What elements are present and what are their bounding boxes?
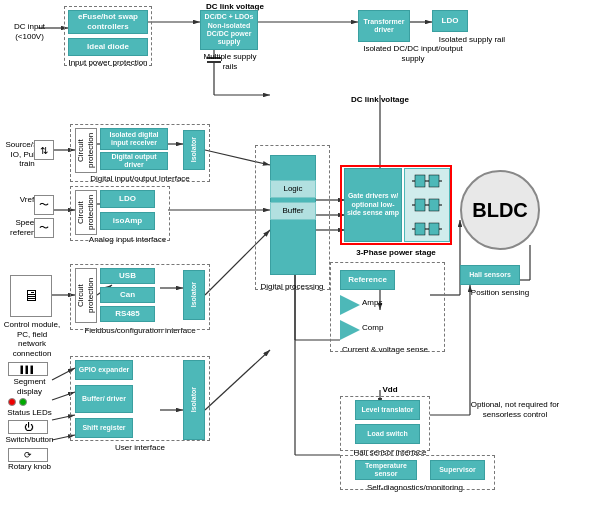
user-interface-dashed [70,356,210,441]
input-power-dashed [64,6,152,66]
rotary-knob-label: Rotary knob [2,462,57,472]
switch-button-label: Switch/button [2,435,57,445]
svg-rect-50 [429,175,439,187]
isolated-rail-label: Isolated supply rail [432,35,512,45]
svg-rect-51 [415,199,425,211]
analog-dashed [70,186,170,241]
dcdc-box: DC/DC + LDOs Non-isolated DC/DC power su… [200,10,258,50]
svg-rect-52 [429,199,439,211]
user-interface-label: User interface [75,443,205,453]
phase-diagram-svg [407,171,447,239]
status-leds-icon [8,395,48,409]
vdd-label: Vdd [370,385,410,395]
rotary-knob-icon: ⟳ [8,448,48,462]
position-sensing-label: Position sensing [460,288,540,298]
isolated-dcdc-label: Isolated DC/DC input/output supply [358,44,468,63]
mcu-dashed [255,145,330,290]
segment-display-icon: ▌▌▌ [8,362,48,376]
diagnostics-dashed [340,455,495,490]
segment-display-label: Segment display [2,377,57,396]
svg-rect-49 [415,175,425,187]
fieldbus-dashed [70,264,210,330]
control-module-label: Control module, PC, field network connec… [2,320,62,358]
diagram: DC input (<100V) eFuse/hot swap controll… [0,0,600,507]
svg-rect-53 [415,223,425,235]
current-sense-dashed [330,262,445,352]
gate-drivers-box: Gate drivers w/ optional low-side sense … [344,168,402,242]
digital-io-dashed [70,124,210,182]
source-sink-icon: ⇅ [34,140,54,160]
svg-line-38 [205,350,270,410]
transformer-box: Transformer driver [358,10,410,42]
hall-sensors-box: Hall sensors [460,265,520,285]
switch-button-icon: ⏻ [8,420,48,434]
speed-ref-icon2: 〜 [34,218,54,238]
bldc-circle: BLDC [460,170,540,250]
ldo-isolated-box: LDO [432,10,468,32]
speed-ref-icon: 〜 [34,195,54,215]
optional-label: Optional, not required for sensorless co… [455,400,575,419]
hall-interface-dashed [340,396,430,451]
three-phase-symbol [404,168,450,242]
supply-rails-label: Multiple supply rails [200,52,260,71]
dc-input-label: DC input (<100V) [2,22,57,41]
status-leds-label: Status LEDs [2,408,57,418]
three-phase-label: 3-Phase power stage [340,248,452,258]
dc-link-mid-label: DC link voltage [340,95,420,105]
control-module-icon: 🖥 [10,275,52,317]
svg-rect-54 [429,223,439,235]
